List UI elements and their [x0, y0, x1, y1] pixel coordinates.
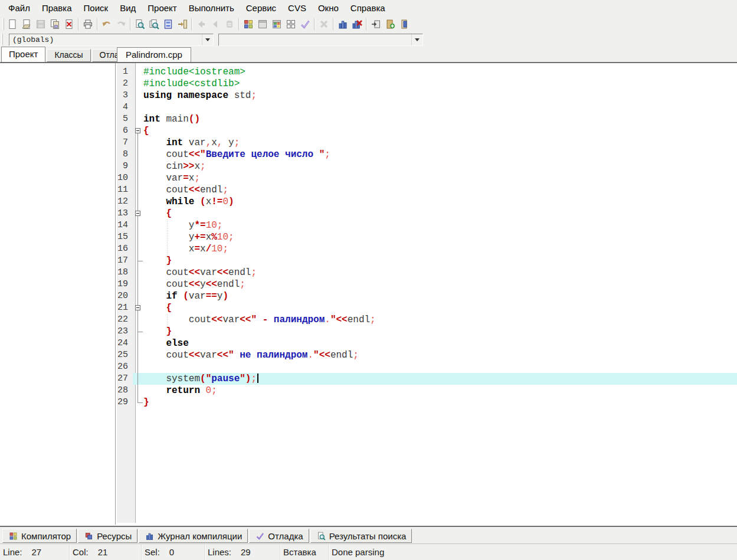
chevron-down-icon[interactable] [202, 34, 213, 45]
rebuild-button[interactable] [284, 17, 298, 31]
menu-tools[interactable]: Сервис [240, 1, 282, 15]
compile-button[interactable] [241, 17, 256, 31]
code-line[interactable]: 16 x=x/10; [117, 243, 737, 255]
new-file-button[interactable] [5, 17, 19, 31]
line-number[interactable]: 16 [117, 243, 132, 255]
code-text[interactable]: x=x/10; [143, 243, 737, 255]
code-line[interactable]: 20 if (var==y) [117, 290, 737, 302]
insert-button[interactable] [369, 17, 383, 31]
code-line[interactable]: 11 cout<<endl; [117, 184, 737, 196]
code-text[interactable]: int var,x, y; [143, 137, 737, 149]
line-number[interactable]: 26 [117, 361, 132, 373]
code-line[interactable]: 27 system("pause"); [117, 373, 737, 385]
goto-function-button[interactable] [161, 17, 175, 31]
line-number[interactable]: 22 [117, 314, 132, 326]
menu-cvs[interactable]: CVS [282, 1, 312, 15]
line-number[interactable]: 7 [117, 137, 132, 149]
line-number[interactable]: 6 [117, 125, 132, 137]
code-text[interactable]: y*=10; [143, 220, 737, 231]
line-number[interactable]: 28 [117, 385, 132, 397]
code-text[interactable]: cin>>x; [143, 161, 737, 172]
report-tab-search-results[interactable]: Результаты поиска [310, 529, 412, 543]
code-text[interactable]: cout<<endl; [143, 184, 737, 196]
code-text[interactable]: cout<<var<<" - палиндром."<<endl; [143, 314, 737, 326]
code-line[interactable]: 2#include<cstdlib> [117, 78, 737, 90]
fold-toggle-icon[interactable] [135, 305, 140, 310]
report-tab-debug[interactable]: Отладка [249, 529, 309, 543]
code-text[interactable]: y+=x%10; [143, 231, 737, 243]
toolbar-grip[interactable] [2, 18, 4, 30]
syntax-check-button[interactable] [298, 17, 312, 31]
code-line[interactable]: 25 cout<<var<<" не палиндром."<<endl; [117, 349, 737, 361]
fold-toggle-icon[interactable] [135, 128, 140, 133]
code-text[interactable]: using namespace std; [143, 90, 737, 101]
toolbar-grip[interactable] [1, 34, 3, 45]
panel-tab-classes[interactable]: Классы [47, 49, 90, 62]
line-number[interactable]: 21 [117, 302, 132, 314]
line-number[interactable]: 23 [117, 326, 132, 338]
code-text[interactable]: int main() [143, 113, 737, 125]
code-line[interactable]: 1#include<iostream> [117, 66, 737, 78]
code-line[interactable]: 26 [117, 361, 737, 373]
code-line[interactable]: 4 [117, 101, 737, 113]
code-line[interactable]: 15 y+=x%10; [117, 231, 737, 243]
code-text[interactable]: #include<cstdlib> [143, 78, 737, 90]
fold-toggle-icon[interactable] [135, 211, 140, 216]
line-number[interactable]: 25 [117, 349, 132, 361]
code-line[interactable]: 14 y*=10; [117, 220, 737, 231]
code-text[interactable]: while (x!=0) [143, 196, 737, 208]
line-number[interactable]: 27 [117, 373, 132, 385]
menu-search[interactable]: Поиск [78, 1, 114, 15]
code-line[interactable]: 13 { [117, 208, 737, 220]
code-line[interactable]: 21 { [117, 302, 737, 314]
line-number[interactable]: 19 [117, 279, 132, 290]
menu-window[interactable]: Окно [312, 1, 345, 15]
code-text[interactable] [143, 361, 737, 373]
line-number[interactable]: 13 [117, 208, 132, 220]
code-text[interactable]: var=x; [143, 172, 737, 184]
line-number[interactable]: 5 [117, 113, 132, 125]
menu-project[interactable]: Проект [142, 1, 182, 15]
scope-combo[interactable]: (globals) [9, 34, 214, 46]
code-text[interactable]: if (var==y) [143, 290, 737, 302]
line-number[interactable]: 15 [117, 231, 132, 243]
save-all-button[interactable] [48, 17, 62, 31]
line-number[interactable]: 2 [117, 78, 132, 90]
code-line[interactable]: 6{ [117, 125, 737, 137]
panel-tab-project[interactable]: Проект [1, 47, 45, 62]
code-text[interactable]: system("pause"); [143, 373, 737, 385]
code-line[interactable]: 10 var=x; [117, 172, 737, 184]
remove-from-project-button[interactable] [397, 17, 411, 31]
member-combo[interactable] [218, 34, 423, 46]
code-line[interactable]: 7 int var,x, y; [117, 137, 737, 149]
line-number[interactable]: 8 [117, 149, 132, 161]
code-text[interactable]: cout<<"Введите целое число "; [143, 149, 737, 161]
code-line[interactable]: 17 } [117, 255, 737, 267]
find-in-files-button[interactable] [147, 17, 161, 31]
code-line[interactable]: 24 else [117, 338, 737, 349]
line-number[interactable]: 4 [117, 101, 132, 113]
goto-line-button[interactable] [175, 17, 189, 31]
line-number[interactable]: 24 [117, 338, 132, 349]
menu-view[interactable]: Вид [114, 1, 142, 15]
editor-tab-palindrom-cpp[interactable]: Palindrom.cpp [117, 47, 191, 62]
report-tab-compile-log[interactable]: Журнал компиляции [139, 529, 248, 543]
project-panel[interactable] [0, 63, 116, 525]
run-button[interactable] [256, 17, 270, 31]
code-line[interactable]: 19 cout<<y<<endl; [117, 279, 737, 290]
line-number[interactable]: 3 [117, 90, 132, 101]
code-text[interactable]: cout<<y<<endl; [143, 279, 737, 290]
code-text[interactable]: { [143, 208, 737, 220]
delete-profiling-button[interactable] [350, 17, 364, 31]
code-text[interactable]: } [143, 397, 737, 408]
find-button[interactable] [133, 17, 147, 31]
code-editor[interactable]: 1#include<iostream>2#include<cstdlib>3us… [117, 63, 737, 526]
code-line[interactable]: 8 cout<<"Введите целое число "; [117, 149, 737, 161]
code-text[interactable]: { [143, 125, 737, 137]
line-number[interactable]: 14 [117, 220, 132, 231]
line-number[interactable]: 17 [117, 255, 132, 267]
code-line[interactable]: 5int main() [117, 113, 737, 125]
code-line[interactable]: 18 cout<<var<<endl; [117, 267, 737, 279]
code-line[interactable]: 29} [117, 397, 737, 408]
close-file-button[interactable] [62, 17, 76, 31]
